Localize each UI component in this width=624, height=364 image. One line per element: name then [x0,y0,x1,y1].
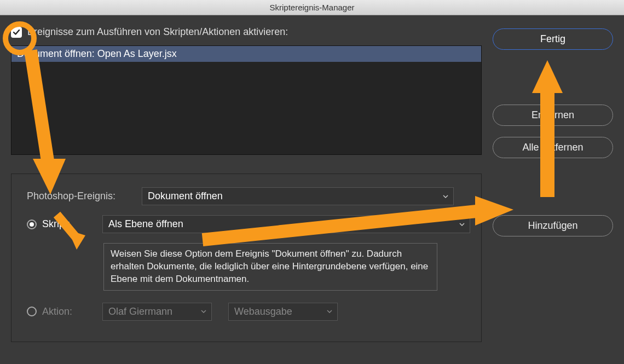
photoshop-event-label: Photoshop-Ereignis: [27,190,136,202]
script-value: Als Ebene öffnen [108,218,183,229]
action-set-dropdown[interactable]: Olaf Giermann [102,303,212,321]
action-value: Webausgabe [234,306,292,317]
add-button[interactable]: Hinzufügen [493,215,613,236]
script-description: Weisen Sie diese Option dem Ereignis "Do… [103,243,437,291]
photoshop-event-value: Dokument öffnen [148,190,223,201]
action-set-value: Olaf Giermann [108,306,172,317]
remove-all-button[interactable]: Alle entfernen [493,137,613,158]
action-dropdown[interactable]: Webausgabe [228,303,338,321]
enable-events-checkbox[interactable] [11,27,22,38]
script-dropdown[interactable]: Als Ebene öffnen [102,215,470,233]
check-icon [12,28,21,37]
enable-events-label: Ereignisse zum Ausführen von Skripten/Ak… [27,26,288,38]
photoshop-event-dropdown[interactable]: Dokument öffnen [142,187,454,205]
event-config-panel: Photoshop-Ereignis: Dokument öffnen Skri… [11,174,482,342]
chevron-down-icon [326,308,333,315]
events-list[interactable]: Dokument öffnen: Open As Layer.jsx [11,45,482,155]
remove-button[interactable]: Entfernen [493,105,613,126]
script-label: Skript: [42,218,97,230]
done-button[interactable]: Fertig [493,28,613,50]
chevron-down-icon [459,221,465,228]
action-label: Aktion: [42,306,97,317]
script-radio[interactable] [27,219,37,229]
chevron-down-icon [442,193,449,200]
action-radio[interactable] [27,307,37,316]
window-title: Skriptereignis-Manager [0,0,624,15]
events-list-item[interactable]: Dokument öffnen: Open As Layer.jsx [11,46,481,62]
chevron-down-icon [200,308,207,315]
